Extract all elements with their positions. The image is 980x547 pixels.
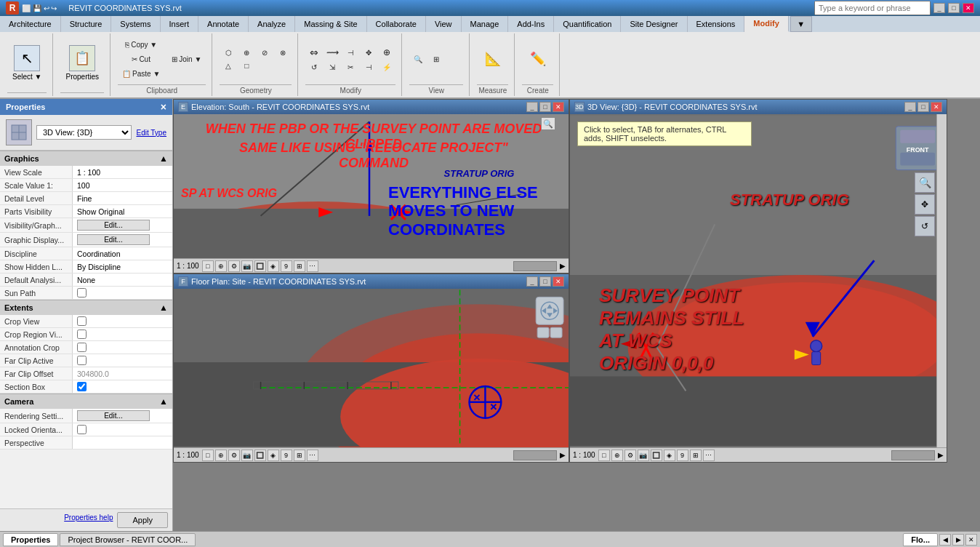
mirror-button[interactable]: ⊣ (342, 44, 359, 60)
geo-btn-2[interactable]: ⊕ (238, 47, 255, 59)
rotate-button[interactable]: ↺ (305, 61, 323, 73)
minimize-button[interactable]: _ (933, 3, 945, 13)
geo-btn-5[interactable]: △ (220, 60, 237, 72)
view3d-vscroll[interactable] (936, 114, 947, 447)
tab-manage[interactable]: Manage (462, 16, 509, 32)
cut-button[interactable]: ✂Cut (118, 52, 164, 66)
elevation-ft-btn-9[interactable]: ⋯ (307, 260, 318, 272)
camera-section-toggle[interactable]: ▲ (159, 396, 168, 407)
tab-addins[interactable]: Add-Ins (508, 16, 554, 32)
trim-button[interactable]: ✂ (342, 61, 359, 73)
elevation-zoom-button[interactable]: 🔍 (541, 117, 555, 130)
crop-region-checkbox[interactable] (77, 330, 87, 339)
geo-btn-6[interactable]: □ (238, 60, 255, 72)
fp-ft-btn-3[interactable]: ⚙ (228, 450, 240, 461)
locked-orientation-checkbox[interactable] (77, 425, 87, 434)
v3d-ft-btn-6[interactable]: ◈ (664, 450, 675, 461)
bottom-tab-properties[interactable]: Properties (3, 533, 58, 546)
v3d-ft-btn-8[interactable]: ⊞ (690, 450, 702, 461)
fp-ft-btn-8[interactable]: ⊞ (294, 450, 305, 461)
sun-path-checkbox[interactable] (77, 288, 87, 298)
fp-ft-btn-4[interactable]: 📷 (241, 450, 253, 461)
tab-view[interactable]: View (426, 16, 462, 32)
elevation-ft-btn-3[interactable]: ⚙ (228, 260, 240, 272)
section-box-checkbox[interactable] (77, 382, 87, 391)
select-button[interactable]: ↖ Select ▼ (7, 41, 47, 84)
far-clip-active-checkbox[interactable] (77, 356, 87, 365)
apply-button[interactable]: Apply (117, 512, 168, 528)
tab-structure[interactable]: Structure (61, 16, 112, 32)
edit-type-button[interactable]: Edit Type (136, 129, 166, 137)
v3d-ft-btn-7[interactable]: 9 (677, 450, 688, 461)
paste-button[interactable]: 📋Paste ▼ (118, 67, 164, 81)
elevation-ft-btn-1[interactable]: □ (202, 260, 214, 272)
view-tab-next[interactable]: ▶ (952, 534, 964, 546)
crop-view-checkbox[interactable] (77, 316, 87, 326)
view3d-minimize-button[interactable]: _ (904, 102, 916, 112)
v3d-ft-btn-2[interactable]: ⊕ (611, 450, 623, 461)
elevation-ft-btn-4[interactable]: 📷 (241, 260, 253, 272)
scale-button[interactable]: ⇲ (324, 61, 341, 73)
view3d-nav-rotate[interactable]: ↺ (915, 216, 935, 236)
view3d-nav-pan[interactable]: ✥ (915, 194, 935, 215)
visibility-edit-button[interactable]: Edit... (77, 220, 150, 231)
v3d-ft-btn-4[interactable]: 📷 (638, 450, 649, 461)
elevation-scrollbar[interactable] (513, 261, 557, 271)
copy-button[interactable]: ⎘Copy ▼ (118, 38, 164, 52)
elevation-ft-btn-8[interactable]: ⊞ (294, 260, 305, 272)
fp-ft-btn-5[interactable]: 🔲 (254, 450, 266, 461)
tab-extensions[interactable]: Extensions (688, 16, 745, 32)
floorplan-minimize-button[interactable]: _ (526, 276, 538, 287)
geo-btn-3[interactable]: ⊘ (256, 47, 273, 59)
fp-ft-btn-9[interactable]: ⋯ (307, 450, 318, 461)
measure-btn[interactable]: 📐 (478, 48, 507, 70)
fp-ft-btn-7[interactable]: 9 (281, 450, 292, 461)
v3d-ft-btn-9[interactable]: ⋯ (703, 450, 715, 461)
floorplan-maximize-button[interactable]: □ (539, 276, 551, 287)
tab-systems[interactable]: Systems (111, 16, 160, 32)
view-type-dropdown[interactable]: 3D View: {3D} (36, 125, 132, 140)
elevation-ft-btn-2[interactable]: ⊕ (215, 260, 227, 272)
rendering-edit-button[interactable]: Edit... (77, 410, 150, 421)
tab-insert[interactable]: Insert (161, 16, 199, 32)
elevation-maximize-button[interactable]: □ (539, 102, 551, 112)
tab-massing[interactable]: Massing & Site (295, 16, 366, 32)
geo-btn-4[interactable]: ⊗ (274, 47, 292, 59)
v3d-ft-btn-3[interactable]: ⚙ (624, 450, 636, 461)
elevation-ft-btn-7[interactable]: 9 (281, 260, 292, 272)
view3d-maximize-button[interactable]: □ (917, 102, 929, 112)
floorplan-close-button[interactable]: ✕ (553, 276, 564, 287)
annotation-crop-checkbox[interactable] (77, 343, 87, 352)
elevation-close-button[interactable]: ✕ (553, 102, 564, 112)
fp-ft-btn-2[interactable]: ⊕ (215, 450, 227, 461)
extents-section-toggle[interactable]: ▲ (159, 303, 168, 313)
create-btn[interactable]: ✏️ (523, 48, 553, 70)
view3d-nav-zoom[interactable]: 🔍 (915, 172, 935, 193)
tab-modify[interactable]: Modify (744, 16, 788, 32)
view-tab-prev[interactable]: ◀ (939, 534, 951, 546)
properties-button[interactable]: 📋 Properties (60, 41, 104, 84)
view-btn-1[interactable]: 🔍 (409, 53, 427, 65)
geo-btn-1[interactable]: ⬡ (220, 47, 237, 59)
properties-help-link[interactable]: Properties help (63, 512, 114, 528)
elevation-minimize-button[interactable]: _ (526, 102, 538, 112)
tab-architecture[interactable]: Architecture (0, 16, 61, 32)
tab-collaborate[interactable]: Collaborate (367, 16, 426, 32)
search-input[interactable] (814, 1, 931, 15)
fp-ft-btn-1[interactable]: □ (202, 450, 214, 461)
tab-annotate[interactable]: Annotate (198, 16, 249, 32)
close-button[interactable]: ✕ (963, 3, 974, 13)
view-tab-floor-plan[interactable]: Flo... (903, 533, 938, 546)
join-button[interactable]: ⊞Join ▼ (167, 52, 206, 66)
tab-sitedesigner[interactable]: Site Designer (621, 16, 687, 32)
graphics-section-toggle[interactable]: ▲ (159, 153, 168, 164)
view-btn-2[interactable]: ⊞ (427, 53, 445, 65)
fp-ft-btn-6[interactable]: ◈ (268, 450, 279, 461)
align-button[interactable]: ⇔ (305, 44, 323, 60)
bottom-tab-project-browser[interactable]: Project Browser - REVIT COOR... (60, 533, 196, 546)
offset-button[interactable]: ⟿ (324, 44, 341, 60)
floorplan-scrollbar[interactable] (513, 450, 557, 460)
v3d-ft-btn-5[interactable]: 🔲 (651, 450, 662, 461)
tab-context-dropdown[interactable]: ▼ (790, 16, 812, 32)
graphic-display-edit-button[interactable]: Edit... (77, 234, 150, 245)
